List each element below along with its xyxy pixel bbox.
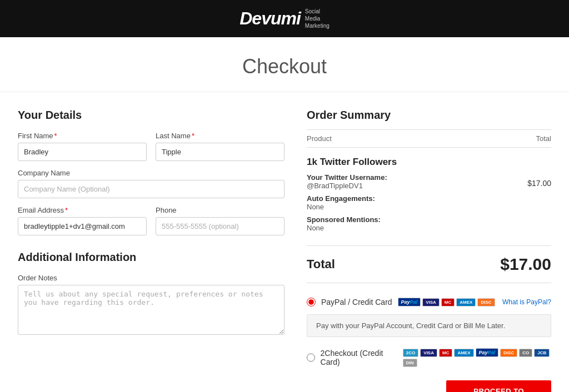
phone-group: Phone [156, 206, 284, 235]
phone-input[interactable] [156, 217, 284, 235]
twoco-mc-icon: MC [439, 349, 452, 357]
auto-engagements-value: None [307, 203, 527, 211]
page-title: Checkout [0, 55, 569, 78]
order-summary-title: Order Summary [307, 109, 551, 122]
first-name-input[interactable] [18, 143, 147, 161]
order-notes-label: Order Notes [18, 274, 284, 282]
product-block: 1k Twitter Followers Your Twitter Userna… [307, 148, 551, 246]
paypal-info-box: Pay with your PayPal Account, Credit Car… [307, 314, 551, 337]
product-name: 1k Twitter Followers [307, 157, 527, 168]
twocheckout-option[interactable]: 2Checkout (Credit Card) 2CO VISA MC AMEX… [307, 343, 551, 373]
logo-wordmark: Devumi [239, 8, 301, 29]
twocheckout-radio[interactable] [307, 353, 315, 362]
company-name-label: Company Name [18, 169, 284, 177]
your-details-section: Your Details First Name* Last Name* [18, 109, 284, 235]
auto-engagements-label: Auto Engagements: [307, 194, 527, 203]
phone-label: Phone [156, 206, 284, 214]
last-name-group: Last Name* [156, 132, 284, 161]
total-row: Total $17.00 [307, 246, 551, 283]
twoco-disc-icon: DISC [500, 349, 517, 357]
page-title-section: Checkout [0, 37, 569, 92]
paypal-icons: PayPal VISA MC AMEX DISC [398, 298, 495, 306]
email-group: Email Address* [18, 206, 147, 235]
logo: Devumi Social Media Marketing [239, 8, 330, 29]
twoco-pp-icon: PayPal [476, 348, 499, 357]
last-name-input[interactable] [156, 143, 284, 161]
name-row: First Name* Last Name* [18, 132, 284, 161]
additional-info-section: Additional Information Order Notes [18, 251, 284, 335]
sponsored-mentions-label: Sponsored Mentions: [307, 215, 527, 224]
order-table-header: Product Total [307, 129, 551, 148]
discover-icon: DISC [477, 298, 495, 306]
proceed-button[interactable]: PROCEED TO PAYPAL [446, 380, 551, 392]
total-amount: $17.00 [500, 255, 551, 274]
logo-tagline: Social Media Marketing [305, 8, 330, 29]
product-col-label: Product [307, 134, 332, 143]
email-label: Email Address* [18, 206, 147, 214]
order-notes-input[interactable] [18, 285, 284, 335]
twocheckout-label: 2Checkout (Credit Card) [321, 349, 397, 366]
twoco-visa-icon: VISA [420, 349, 437, 357]
paypal-icon: PayPal [398, 298, 421, 306]
your-details-title: Your Details [18, 109, 284, 122]
twitter-username-value: @BradTippleDV1 [307, 182, 527, 190]
right-column: Order Summary Product Total 1k Twitter F… [307, 109, 551, 392]
twoco-amex-icon: AMEX [454, 349, 473, 357]
additional-info-title: Additional Information [18, 251, 284, 264]
company-name-input[interactable] [18, 180, 284, 198]
twocheckout-icons: 2CO VISA MC AMEX PayPal DISC CO JCB DIN [403, 348, 551, 367]
email-input[interactable] [18, 217, 147, 235]
what-is-paypal-link[interactable]: What is PayPal? [502, 298, 551, 306]
paypal-option[interactable]: PayPal / Credit Card PayPal VISA MC AMEX… [307, 292, 551, 312]
paypal-radio[interactable] [307, 298, 316, 306]
last-name-label: Last Name* [156, 132, 284, 140]
total-col-label: Total [536, 134, 551, 143]
email-phone-row: Email Address* Phone [18, 206, 284, 235]
amex-icon: AMEX [456, 298, 476, 306]
main-container: Your Details First Name* Last Name* [7, 92, 562, 392]
first-name-group: First Name* [18, 132, 147, 161]
twitter-username-label: Your Twitter Username: [307, 173, 527, 182]
twoco-diner-icon: DIN [403, 359, 417, 367]
sponsored-mentions-value: None [307, 224, 527, 232]
site-header: Devumi Social Media Marketing [0, 0, 569, 37]
twoco-co-icon: CO [519, 349, 532, 357]
product-info: 1k Twitter Followers Your Twitter Userna… [307, 157, 527, 237]
payment-section: PayPal / Credit Card PayPal VISA MC AMEX… [307, 292, 551, 392]
first-name-label: First Name* [18, 132, 147, 140]
paypal-label: PayPal / Credit Card [321, 298, 392, 306]
twoco-jcb-icon: JCB [534, 349, 550, 357]
left-column: Your Details First Name* Last Name* [18, 109, 284, 392]
company-row: Company Name [18, 169, 284, 198]
visa-icon: VISA [422, 298, 440, 306]
bottom-row: I've read and accept the terms & conditi… [307, 380, 551, 392]
order-notes-group: Order Notes [18, 274, 284, 335]
twoco-icon: 2CO [403, 349, 418, 357]
total-label: Total [307, 257, 335, 272]
mastercard-icon: MC [441, 298, 455, 306]
product-price: $17.00 [527, 157, 551, 188]
company-name-group: Company Name [18, 169, 284, 198]
